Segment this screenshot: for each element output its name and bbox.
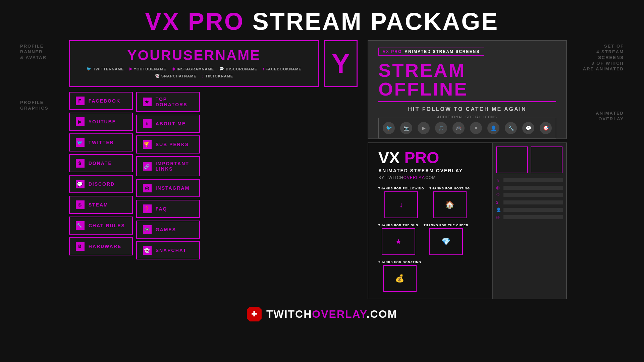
social-tiktok: ♪ TIKTOKNAME — [202, 74, 233, 78]
tiktok-name: TIKTOKNAME — [205, 74, 233, 78]
btn-donate[interactable]: $ DONATE — [69, 154, 133, 172]
youtube-btn-icon: ▶ — [76, 117, 85, 126]
btn-youtube[interactable]: ▶ YOUTUBE — [69, 113, 133, 131]
social-facebook: f FACEBOOKNAME — [263, 67, 301, 71]
btn-hardware[interactable]: 🖥 HARDWARE — [69, 237, 133, 255]
subperks-btn-icon: 🏆 — [143, 140, 152, 149]
center-section: VX PRO ANIMATED STREAM SCREENS STREAM OF… — [368, 40, 567, 299]
thanks-following-label: THANKS FOR FOLLOWING — [378, 187, 424, 190]
stat-bar-5 — [503, 208, 563, 212]
profile-banner-label: PROFILE BANNER & AVATAR — [20, 44, 62, 61]
thanks-cheer-label: THANKS FOR THE CHEER — [424, 224, 469, 227]
label-spacer-graphics: PROFILE GRAPHICS — [20, 100, 62, 227]
left-section: PROFILE BANNER & AVATAR PROFILE GRAPHICS… — [20, 40, 358, 259]
hardware-btn-label: HARDWARE — [89, 244, 121, 249]
stat-row-3: ♡ — [496, 193, 563, 197]
thanks-sub: THANKS FOR THE SUB ★ — [378, 224, 418, 255]
youtube-name: YOUTUBENAME — [134, 67, 166, 71]
offline-screen: VX PRO ANIMATED STREAM SCREENS STREAM OF… — [368, 40, 567, 139]
chatrules-btn-icon: 🔧 — [76, 221, 85, 230]
label-spacer-banner: PROFILE BANNER & AVATAR — [20, 44, 62, 100]
overlay-by: BY TWITCHOVERLAY.COM — [378, 175, 482, 180]
instagram-btn-icon: ◎ — [143, 184, 152, 192]
profile-socials: 🐦 TWITTERNAME ▶ YOUTUBENAME ◎ INSTAGRAMN… — [80, 67, 308, 78]
social-icon-6: ✕ — [470, 122, 482, 134]
title-vx: VX — [145, 8, 180, 35]
importantlinks-btn-label: IMPORTANT LINKS — [156, 161, 193, 172]
games-btn-label: GAMES — [156, 227, 176, 232]
overlay-thanks-row: THANKS FOR FOLLOWING ↓ THANKS FOR HOSTIN… — [378, 187, 482, 292]
stat-icon-3: ♡ — [496, 193, 501, 197]
instagram-name: INSTAGRAMNAME — [177, 67, 214, 71]
overlay-boxes-row — [496, 146, 563, 173]
btn-twitter[interactable]: 🐦 TWITTER — [69, 133, 133, 152]
social-icon-1: 🐦 — [383, 122, 395, 134]
overlay-box-2 — [531, 146, 562, 173]
right-spacer-screens: SET OF 4 STREAM SCREENS 3 OF WHICH ARE A… — [577, 44, 624, 111]
snapchat-btn-label: SNAPCHAT — [156, 248, 187, 253]
thanks-donating: THANKS FOR DONATING 💰 — [378, 260, 421, 292]
btn-discord[interactable]: 💬 DISCORD — [69, 175, 133, 193]
social-icon-4: 🎵 — [435, 122, 447, 134]
aboutme-btn-icon: ℹ — [143, 119, 152, 128]
btn-chat-rules[interactable]: 🔧 CHAT RULES — [69, 217, 133, 235]
overlay-left: VX PRO ANIMATED STREAM OVERLAY BY TWITCH… — [368, 143, 492, 299]
left-labels-col: PROFILE BANNER & AVATAR PROFILE GRAPHICS — [20, 40, 62, 227]
btn-games[interactable]: 🎮 GAMES — [136, 221, 200, 239]
btn-faq[interactable]: ❓ FAQ — [136, 200, 200, 218]
twitter-icon: 🐦 — [87, 67, 92, 71]
btn-top-donators[interactable]: ★ TOP DONATORS — [136, 92, 200, 112]
stat-icon-1: ☆ — [496, 178, 501, 183]
snapchat-icon: 👻 — [155, 74, 160, 78]
footer-twitch: TWITCH — [266, 308, 312, 320]
btn-about-me[interactable]: ℹ ABOUT ME — [136, 115, 200, 133]
aboutme-btn-label: ABOUT ME — [156, 121, 186, 126]
banner-avatar-row: YOURUSERNAME 🐦 TWITTERNAME ▶ YOUTUBENAME… — [69, 40, 358, 87]
instagram-icon: ◎ — [172, 67, 175, 71]
btn-facebook[interactable]: f FACEBOOK — [69, 92, 133, 110]
right-spacer-overlay: ANIMATED OVERLAY — [577, 111, 624, 194]
offline-title: STREAM OFFLINE — [378, 61, 556, 99]
avatar-box: Y — [324, 40, 358, 87]
btn-steam[interactable]: ♨ STEAM — [69, 196, 133, 214]
facebook-icon: f — [263, 67, 264, 71]
thanks-following-icon: ↓ — [399, 200, 403, 209]
faq-btn-icon: ❓ — [143, 204, 152, 213]
btn-sub-perks[interactable]: 🏆 SUB PERKS — [136, 135, 200, 154]
discord-btn-label: DISCORD — [89, 181, 115, 187]
chatrules-btn-label: CHAT RULES — [89, 223, 125, 228]
stat-row-6: ◎ — [496, 215, 563, 220]
social-youtube: ▶ YOUTUBENAME — [129, 67, 166, 71]
social-icon-2: 📷 — [400, 122, 412, 134]
stat-row-4: $ — [496, 200, 563, 205]
buttons-section: f FACEBOOK ▶ YOUTUBE 🐦 TWITTER $ DONATE — [69, 92, 358, 259]
importantlinks-btn-icon: 🔗 — [143, 162, 152, 171]
social-icon-5: 🎮 — [452, 122, 465, 134]
offline-tag-vx: VX PRO — [383, 49, 402, 54]
right-label-screens: SET OF 4 STREAM SCREENS 3 OF WHICH ARE A… — [577, 44, 624, 72]
snapchat-btn-icon: 👻 — [143, 246, 152, 255]
btn-important-links[interactable]: 🔗 IMPORTANT LINKS — [136, 156, 200, 176]
social-icon-9: 💬 — [522, 122, 534, 134]
overlay-subtitle: ANIMATED STREAM OVERLAY — [378, 168, 482, 173]
thanks-following-box: ↓ — [384, 191, 418, 218]
youtube-btn-label: YOUTUBE — [89, 119, 116, 124]
overlay-title-pro: PRO — [404, 149, 439, 167]
stat-row-2: ◎ — [496, 185, 563, 190]
thanks-hosting-label: THANKS FOR HOSTING — [430, 187, 470, 190]
social-discord: 💬 DISCORDNAME — [219, 67, 257, 71]
games-btn-icon: 🎮 — [143, 225, 152, 234]
social-twitter: 🐦 TWITTERNAME — [87, 67, 124, 71]
thanks-donating-label: THANKS FOR DONATING — [378, 260, 421, 264]
btn-snapchat[interactable]: 👻 SNAPCHAT — [136, 241, 200, 259]
tiktok-icon: ♪ — [202, 74, 204, 78]
thanks-hosting-box: 🏠 — [433, 191, 467, 218]
btn-instagram[interactable]: ◎ INSTAGRAM — [136, 179, 200, 197]
hardware-btn-icon: 🖥 — [76, 242, 85, 251]
social-icon-7: 👤 — [487, 122, 499, 134]
thanks-hosting: THANKS FOR HOSTING 🏠 — [430, 187, 470, 218]
title-pro: PRO — [180, 8, 245, 35]
buttons-col-left: f FACEBOOK ▶ YOUTUBE 🐦 TWITTER $ DONATE — [69, 92, 133, 259]
header: VX PRO STREAM PACKAGE — [0, 0, 644, 40]
offline-tag: VX PRO ANIMATED STREAM SCREENS — [378, 48, 484, 56]
